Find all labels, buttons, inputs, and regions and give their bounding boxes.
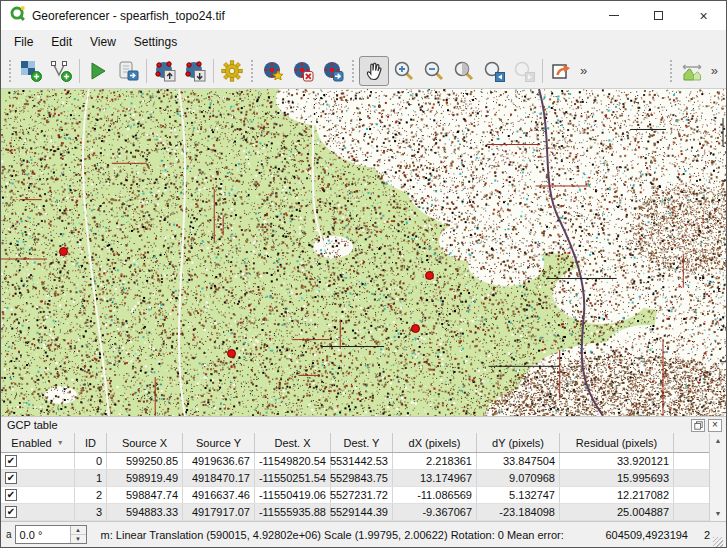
- cell-source-x[interactable]: 599250.85: [107, 453, 183, 469]
- cell-id[interactable]: 2: [75, 487, 107, 503]
- cell-dest-x[interactable]: -11555935.88: [255, 504, 331, 520]
- zoom-to-layer-button[interactable]: [449, 56, 479, 86]
- enabled-checkbox[interactable]: ✔: [5, 489, 17, 501]
- toolbar-grip[interactable]: [670, 60, 673, 82]
- panel-close-button[interactable]: ×: [708, 419, 722, 432]
- enabled-checkbox[interactable]: ✔: [5, 455, 17, 467]
- cell-dx-pixels[interactable]: 2.218361: [393, 453, 477, 469]
- maximize-button[interactable]: [636, 1, 681, 30]
- gcp-marker[interactable]: [59, 247, 68, 256]
- open-raster-button[interactable]: [16, 56, 46, 86]
- start-georeferencing-button[interactable]: [83, 56, 113, 86]
- cell-dy-pixels[interactable]: 9.070968: [477, 470, 560, 486]
- menu-view[interactable]: View: [81, 32, 125, 52]
- gcp-marker[interactable]: [227, 349, 236, 358]
- column-header-dest-x[interactable]: Dest. X: [255, 433, 331, 452]
- cell-dest-y[interactable]: 5531442.53: [331, 453, 393, 469]
- gcp-panel-titlebar[interactable]: GCP table ×: [1, 416, 726, 433]
- toolbar-grip[interactable]: [352, 60, 355, 82]
- scroll-up-button[interactable]: ▲: [710, 433, 726, 448]
- cell-residual[interactable]: 33.920121: [560, 453, 674, 469]
- cell-source-y[interactable]: 4917917.07: [183, 504, 255, 520]
- transformation-settings-button[interactable]: [217, 56, 247, 86]
- save-gcp-points-button[interactable]: [180, 56, 210, 86]
- cell-source-x[interactable]: 594883.33: [107, 504, 183, 520]
- menu-edit[interactable]: Edit: [42, 32, 81, 52]
- cell-dx-pixels[interactable]: 13.174967: [393, 470, 477, 486]
- enabled-checkbox[interactable]: ✔: [5, 506, 17, 518]
- menu-file[interactable]: File: [5, 32, 42, 52]
- open-vector-button[interactable]: [46, 56, 76, 86]
- toolbar-overflow-chevron[interactable]: »: [707, 63, 722, 78]
- gcp-marker[interactable]: [411, 324, 420, 333]
- toolbar-overflow-chevron[interactable]: »: [576, 63, 591, 78]
- histogram-stretch-button[interactable]: [677, 56, 707, 86]
- cell-dy-pixels[interactable]: 5.132747: [477, 487, 560, 503]
- resize-grip[interactable]: [713, 537, 723, 547]
- zoom-next-button[interactable]: [509, 56, 539, 86]
- cell-source-y[interactable]: 4918470.17: [183, 470, 255, 486]
- table-scrollbar[interactable]: ▲ ▼: [709, 433, 726, 521]
- link-georeferencer-qgis-button[interactable]: [546, 56, 576, 86]
- zoom-out-button[interactable]: [419, 56, 449, 86]
- zoom-in-button[interactable]: [389, 56, 419, 86]
- map-canvas[interactable]: [1, 89, 726, 416]
- cell-source-x[interactable]: 598919.49: [107, 470, 183, 486]
- column-header-enabled[interactable]: Enabled▼: [1, 433, 75, 452]
- cell-dest-y[interactable]: 5529144.39: [331, 504, 393, 520]
- delete-point-button[interactable]: [288, 56, 318, 86]
- cell-id[interactable]: 0: [75, 453, 107, 469]
- zoom-last-button[interactable]: [479, 56, 509, 86]
- cell-source-y[interactable]: 4919636.67: [183, 453, 255, 469]
- cell-residual[interactable]: 15.995693: [560, 470, 674, 486]
- move-point-button[interactable]: [318, 56, 348, 86]
- minimize-button[interactable]: [591, 1, 636, 30]
- gcp-marker[interactable]: [425, 271, 434, 280]
- close-button[interactable]: ×: [681, 1, 726, 30]
- pan-button[interactable]: [359, 56, 389, 86]
- titlebar[interactable]: Georeferencer - spearfish_topo24.tif ×: [1, 1, 726, 30]
- column-header-dy-pixels[interactable]: dY (pixels): [477, 433, 560, 452]
- spin-down-button[interactable]: ▼: [71, 534, 86, 543]
- menu-settings[interactable]: Settings: [125, 32, 186, 52]
- cell-id[interactable]: 1: [75, 470, 107, 486]
- cell-source-x[interactable]: 598847.74: [107, 487, 183, 503]
- gcp-table: Enabled▼ ID Source X Source Y Dest. X De…: [1, 433, 726, 521]
- cell-residual[interactable]: 25.004887: [560, 504, 674, 520]
- table-row[interactable]: ✔ 3 594883.33 4917917.07 -11555935.88 55…: [1, 504, 709, 521]
- column-header-source-y[interactable]: Source Y: [183, 433, 255, 452]
- load-gcp-points-button[interactable]: [150, 56, 180, 86]
- table-row[interactable]: ✔ 0 599250.85 4919636.67 -11549820.54 55…: [1, 453, 709, 470]
- spin-up-button[interactable]: ▲: [71, 526, 86, 534]
- cell-dest-y[interactable]: 5529843.75: [331, 470, 393, 486]
- rotation-value[interactable]: 0.0 °: [16, 526, 70, 543]
- column-header-source-x[interactable]: Source X: [107, 433, 183, 452]
- map-canvas-wrap[interactable]: [1, 89, 726, 416]
- cell-id[interactable]: 3: [75, 504, 107, 520]
- cell-dx-pixels[interactable]: -11.086569: [393, 487, 477, 503]
- column-header-dest-y[interactable]: Dest. Y: [331, 433, 393, 452]
- cell-dest-y[interactable]: 5527231.72: [331, 487, 393, 503]
- cell-dest-x[interactable]: -11550251.54: [255, 470, 331, 486]
- enabled-checkbox[interactable]: ✔: [5, 472, 17, 484]
- panel-float-button[interactable]: [691, 419, 705, 432]
- column-header-id[interactable]: ID: [75, 433, 107, 452]
- cell-dest-x[interactable]: -11549820.54: [255, 453, 331, 469]
- add-point-button[interactable]: [258, 56, 288, 86]
- table-row[interactable]: ✔ 1 598919.49 4918470.17 -11550251.54 55…: [1, 470, 709, 487]
- column-header-dx-pixels[interactable]: dX (pixels): [393, 433, 477, 452]
- table-row[interactable]: ✔ 2 598847.74 4916637.46 -11550419.06 55…: [1, 487, 709, 504]
- cell-residual[interactable]: 12.217082: [560, 487, 674, 503]
- cell-dy-pixels[interactable]: 33.847504: [477, 453, 560, 469]
- gdal-script-button[interactable]: [113, 56, 143, 86]
- scroll-down-button[interactable]: ▼: [710, 506, 726, 521]
- cell-source-y[interactable]: 4916637.46: [183, 487, 255, 503]
- cell-dx-pixels[interactable]: -9.367067: [393, 504, 477, 520]
- column-header-residual[interactable]: Residual (pixels): [560, 433, 674, 452]
- script-icon: [117, 60, 139, 82]
- rotation-spinbox[interactable]: 0.0 ° ▲ ▼: [15, 525, 87, 544]
- toolbar-grip[interactable]: [9, 60, 12, 82]
- cell-dest-x[interactable]: -11550419.06: [255, 487, 331, 503]
- toolbar-grip[interactable]: [251, 60, 254, 82]
- cell-dy-pixels[interactable]: -23.184098: [477, 504, 560, 520]
